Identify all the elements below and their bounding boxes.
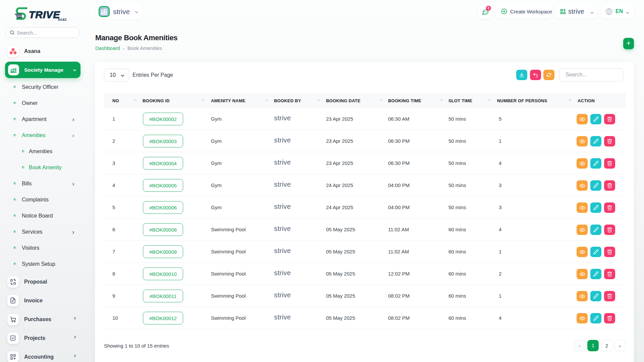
svg-text:MAKE: MAKE [57, 18, 67, 21]
svg-text:TRIVE: TRIVE [29, 9, 60, 20]
